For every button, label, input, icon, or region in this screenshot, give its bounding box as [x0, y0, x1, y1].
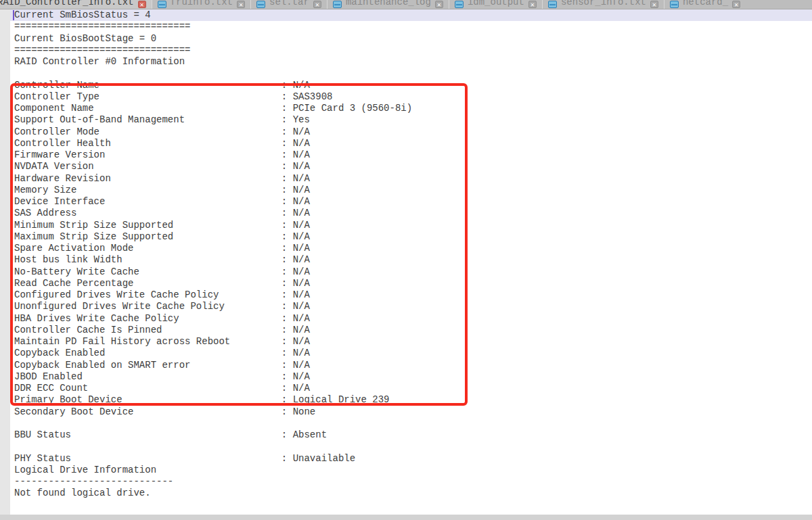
close-icon[interactable]: ✕: [138, 1, 146, 8]
tab-sel-tar[interactable]: sel.tar✕: [251, 0, 328, 9]
tab-row: RAID_Controller_Info.txt✕fruinfo.txt✕sel…: [0, 0, 812, 9]
tab-bar: RAID_Controller_Info.txt✕fruinfo.txt✕sel…: [0, 0, 812, 9]
tab-label: netcard_: [683, 0, 728, 9]
close-icon[interactable]: ✕: [528, 1, 537, 8]
tab-sensor-info-txt[interactable]: sensor_info.txt✕: [543, 0, 664, 9]
tab-label: idm_output: [468, 0, 524, 9]
editor-gutter: [0, 9, 10, 515]
tab-label: fruinfo.txt: [171, 0, 233, 9]
tab-label: maintenance_log: [346, 0, 431, 9]
close-icon[interactable]: ✕: [650, 1, 658, 8]
file-icon: [333, 1, 342, 8]
tab-netcard[interactable]: netcard_✕: [664, 0, 812, 9]
tab-idm-output[interactable]: idm_output✕: [449, 0, 543, 9]
file-content[interactable]: Current SmBiosStatus = 4 ===============…: [10, 9, 412, 500]
file-icon: [670, 1, 679, 8]
tab-raid-controller-info-txt[interactable]: RAID_Controller_Info.txt✕: [0, 0, 152, 9]
tab-fruinfo-txt[interactable]: fruinfo.txt✕: [152, 0, 251, 9]
close-icon[interactable]: ✕: [313, 1, 321, 8]
tab-label: RAID_Controller_Info.txt: [0, 0, 134, 9]
file-icon: [256, 1, 265, 8]
close-icon[interactable]: ✕: [435, 1, 443, 8]
tab-label: sel.tar: [269, 0, 309, 9]
editor-area[interactable]: Current SmBiosStatus = 4 ===============…: [0, 9, 812, 515]
tab-maintenance-log[interactable]: maintenance_log✕: [328, 0, 449, 9]
file-icon: [158, 1, 166, 8]
tab-label: sensor_info.txt: [561, 0, 646, 9]
close-icon[interactable]: ✕: [732, 1, 740, 8]
horizontal-scrollbar[interactable]: [0, 515, 812, 520]
file-icon: [548, 1, 557, 8]
close-icon[interactable]: ✕: [237, 1, 245, 8]
file-icon: [455, 1, 464, 8]
